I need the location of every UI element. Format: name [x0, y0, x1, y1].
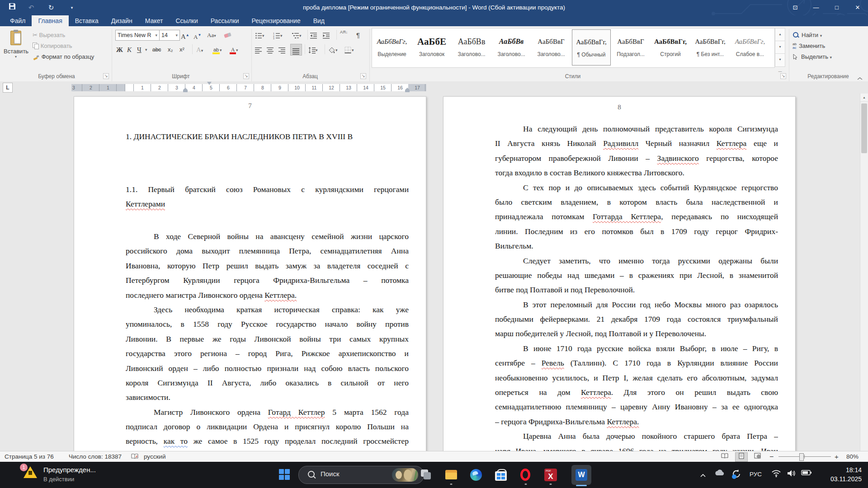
tray-language-indicator[interactable]: РУС: [750, 471, 762, 478]
highlight-button[interactable]: ab ▾: [212, 44, 222, 55]
word-taskbar-icon[interactable]: W: [571, 465, 591, 485]
show-marks-button[interactable]: ¶: [356, 30, 360, 41]
style-выделение[interactable]: АаБбВвГг,Выделение: [373, 29, 411, 65]
replace-button[interactable]: abacЗаменить: [793, 41, 825, 52]
shading-button[interactable]: ▾: [328, 44, 338, 55]
opera-icon[interactable]: [516, 465, 536, 485]
word-count[interactable]: Число слов: 18387: [69, 451, 122, 462]
tab-вид[interactable]: Вид: [307, 15, 331, 26]
pdf-app-icon[interactable]: PDF X: [541, 465, 561, 485]
battery-icon[interactable]: [801, 469, 812, 478]
undo-icon[interactable]: ↶: [26, 3, 36, 13]
page-7[interactable]: 7 1. ДИНАСТИЧЕСКИЕ БРАКИ НАСЛЕДНИКОВ ПЕТ…: [74, 96, 426, 451]
format-painter-button[interactable]: Формат по образцу: [33, 52, 94, 62]
document-canvas[interactable]: 7 1. ДИНАСТИЧЕСКИЕ БРАКИ НАСЛЕДНИКОВ ПЕТ…: [0, 94, 868, 451]
language-indicator[interactable]: русский: [144, 451, 165, 462]
web-layout-icon[interactable]: [751, 452, 763, 461]
style-заголово[interactable]: АаБбВвЗаголово...: [492, 29, 530, 65]
bold-button[interactable]: Ж: [116, 44, 123, 55]
zoom-percentage[interactable]: 80%: [846, 451, 859, 462]
paste-button[interactable]: Вставить ▾: [4, 29, 28, 71]
wifi-icon[interactable]: [771, 469, 781, 479]
scroll-up-arrow[interactable]: ▴: [860, 94, 868, 102]
font-dialog-launcher[interactable]: ↘: [243, 73, 249, 79]
vertical-scrollbar[interactable]: ▴: [860, 94, 868, 451]
clock-time[interactable]: 18:14: [830, 465, 862, 474]
zoom-slider-track[interactable]: [778, 456, 831, 457]
edge-icon[interactable]: [466, 465, 486, 485]
tab-рецензирование[interactable]: Рецензирование: [245, 15, 307, 26]
style-обычный[interactable]: АаБбВвГг,¶ Обычный: [572, 29, 611, 66]
style-заголово[interactable]: АаБбВвГЗаголово...: [532, 29, 570, 65]
close-button[interactable]: ✕: [847, 0, 868, 15]
redo-icon[interactable]: ↻: [46, 3, 56, 13]
search-highlight-image[interactable]: [392, 468, 418, 482]
style-безинт[interactable]: АаБбВвГг,¶ Без инт...: [691, 29, 729, 65]
select-button[interactable]: Выделить ▾: [793, 52, 832, 62]
subscript-button[interactable]: x₂: [168, 44, 173, 55]
increase-indent-button[interactable]: [323, 30, 330, 41]
tray-expand-icon[interactable]: [700, 471, 706, 479]
justify-button[interactable]: [290, 44, 302, 56]
tab-вставка[interactable]: Вставка: [69, 15, 105, 26]
ribbon-display-options-icon[interactable]: ⊡: [785, 0, 806, 15]
sort-button[interactable]: АЯ↓: [340, 30, 348, 41]
notification-title[interactable]: Предупрежден...: [43, 466, 96, 474]
style-заголовок[interactable]: АаБбЕЗаголовок: [413, 29, 451, 65]
tab-макет[interactable]: Макет: [139, 15, 170, 26]
decrease-indent-button[interactable]: [310, 30, 317, 41]
minimize-button[interactable]: —: [806, 0, 826, 15]
tab-рассылки[interactable]: Рассылки: [204, 15, 245, 26]
align-center-button[interactable]: [267, 44, 274, 55]
tab-stop-selector[interactable]: L: [3, 83, 13, 93]
paragraph-dialog-launcher[interactable]: ↘: [360, 73, 366, 79]
tab-ссылки[interactable]: Ссылки: [169, 15, 204, 26]
shrink-font-button[interactable]: А▼: [193, 30, 201, 41]
zoom-in-button[interactable]: +: [835, 451, 839, 462]
sync-icon[interactable]: [731, 469, 741, 481]
zoom-slider-thumb[interactable]: [799, 453, 804, 461]
search-box[interactable]: Поиск: [298, 466, 424, 484]
underline-dropdown-arrow[interactable]: ▾: [145, 44, 147, 55]
styles-more-button[interactable]: ▾―: [775, 53, 785, 67]
customize-qat-icon[interactable]: ▾: [67, 3, 77, 13]
text-effects-button[interactable]: А▾: [196, 44, 203, 55]
print-layout-icon[interactable]: [735, 452, 748, 462]
zoom-out-button[interactable]: −: [769, 451, 774, 462]
proofing-icon[interactable]: ✗: [131, 451, 138, 462]
underline-button[interactable]: Ч: [137, 44, 142, 55]
clipboard-dialog-launcher[interactable]: ↘: [103, 73, 109, 79]
style-заголово[interactable]: АаБбВвЗаголово...: [453, 29, 491, 65]
clear-formatting-button[interactable]: [224, 30, 231, 41]
collapse-ribbon-icon[interactable]: [857, 74, 863, 78]
page-8[interactable]: 8 На следующий день полномочный представ…: [443, 96, 796, 451]
superscript-button[interactable]: x²: [179, 44, 184, 55]
strikethrough-button[interactable]: abc: [152, 44, 161, 55]
styles-scroll-up[interactable]: ▴: [775, 28, 785, 42]
numbering-button[interactable]: 123▾: [273, 30, 283, 41]
style-слабоев[interactable]: АаБбВвГг,Слабое в...: [731, 29, 769, 65]
start-button[interactable]: [279, 469, 291, 481]
change-case-button[interactable]: Aa▾: [207, 30, 216, 41]
scrollbar-thumb[interactable]: [861, 103, 867, 153]
page-indicator[interactable]: Страница 5 из 76: [5, 451, 54, 462]
font-color-button[interactable]: А ▾: [230, 44, 238, 55]
multilevel-list-button[interactable]: ▾: [292, 30, 302, 41]
align-right-button[interactable]: [278, 44, 286, 55]
volume-icon[interactable]: [787, 469, 796, 479]
clock-date[interactable]: 03.11.2025: [830, 474, 862, 483]
font-name-combo[interactable]: Times New R▾: [115, 30, 160, 41]
file-explorer-icon[interactable]: [441, 465, 461, 485]
first-line-indent-marker[interactable]: [207, 82, 212, 85]
font-size-combo[interactable]: 14▾: [159, 30, 180, 41]
store-icon[interactable]: [491, 465, 511, 485]
grow-font-button[interactable]: А▲: [181, 30, 189, 41]
align-left-button[interactable]: [255, 44, 262, 55]
styles-scroll-down[interactable]: ▾: [775, 41, 785, 54]
borders-button[interactable]: ▾: [344, 44, 354, 55]
style-строгий[interactable]: АаБбВвГг,Строгий: [651, 29, 689, 65]
line-spacing-button[interactable]: ▾: [308, 44, 318, 55]
paste-dropdown-arrow[interactable]: ▾: [4, 55, 28, 59]
tab-файл[interactable]: Файл: [4, 15, 32, 26]
style-подзагол[interactable]: АаБбВвГПодзагол...: [612, 29, 650, 65]
